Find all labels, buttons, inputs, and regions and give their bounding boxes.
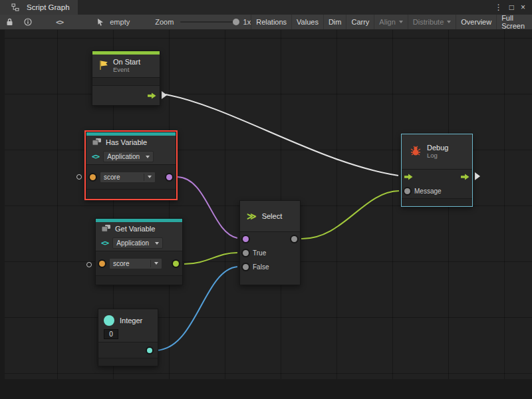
dropdown-divider xyxy=(150,260,151,267)
unconnected-port-ring xyxy=(86,262,92,267)
maximize-icon[interactable]: □ xyxy=(506,3,517,12)
flow-output-port[interactable] xyxy=(461,174,469,180)
flow-output-port[interactable] xyxy=(148,92,156,99)
variable-name-dropdown[interactable]: score xyxy=(109,258,162,269)
dim-button[interactable]: Dim xyxy=(323,15,346,29)
value-output-port[interactable] xyxy=(173,261,179,267)
chevron-down-icon xyxy=(447,21,451,23)
distribute-dropdown-button[interactable]: Distribute xyxy=(408,15,456,29)
zoom-slider-knob[interactable] xyxy=(233,19,239,25)
condition-input-port[interactable] xyxy=(243,236,249,242)
false-input-port[interactable] xyxy=(243,264,249,270)
variables-icon xyxy=(92,138,102,148)
canvas-bottom-edge xyxy=(0,379,532,399)
info-icon[interactable] xyxy=(21,18,35,26)
close-icon[interactable]: × xyxy=(517,3,529,12)
script-graph-icon xyxy=(8,3,23,11)
code-toggle-icon[interactable]: <> xyxy=(53,18,66,27)
chevron-down-icon xyxy=(148,176,152,178)
chevron-down-icon xyxy=(399,21,403,23)
tab-title: Script Graph xyxy=(27,3,70,11)
variable-scope-dropdown[interactable]: Application xyxy=(103,151,154,162)
bug-icon xyxy=(410,146,422,158)
unconnected-port-ring xyxy=(76,174,82,180)
message-input-port[interactable] xyxy=(404,188,410,194)
wire-has-variable-to-select xyxy=(178,177,237,238)
result-output-port[interactable] xyxy=(166,174,172,180)
node-title: On Start xyxy=(113,58,140,66)
tab-bar: Script Graph ⋮ □ × xyxy=(0,0,532,15)
node-title: Get Variable xyxy=(115,225,155,233)
integer-output-port[interactable] xyxy=(147,348,152,353)
overview-button[interactable]: Overview xyxy=(456,15,496,29)
dropdown-divider xyxy=(144,174,144,181)
node-has-variable[interactable]: Has Variable <> Application score xyxy=(84,130,178,200)
chevron-down-icon xyxy=(146,156,150,158)
graph-toolbar: <> empty Zoom 1x Relations Values Dim Ca… xyxy=(0,15,532,30)
variables-icon xyxy=(101,224,111,234)
node-subtitle: Event xyxy=(113,66,140,74)
variable-scope-dropdown[interactable]: Application xyxy=(112,237,163,249)
flow-input-port[interactable] xyxy=(404,174,413,180)
relations-button[interactable]: Relations xyxy=(251,15,291,29)
node-subtitle: Log xyxy=(427,152,448,160)
window-controls: ⋮ □ × xyxy=(491,0,532,15)
node-on-start[interactable]: On Start Event xyxy=(92,51,160,106)
flag-icon xyxy=(98,60,108,72)
node-title: Integer xyxy=(120,317,142,325)
graph-canvas[interactable]: On Start Event Has Variable <> Appl xyxy=(0,30,532,399)
select-icon: ≫ xyxy=(247,211,257,221)
integer-icon xyxy=(104,315,114,326)
variable-name-input-port[interactable] xyxy=(99,261,105,267)
object-type-icon: <> xyxy=(101,239,108,247)
false-port-label: False xyxy=(253,263,269,271)
pointer-icon xyxy=(93,18,108,26)
node-get-variable[interactable]: Get Variable <> Application score xyxy=(95,218,183,285)
selection-status: empty xyxy=(110,18,130,26)
toolbar-buttons: Relations Values Dim Carry Align Distrib… xyxy=(251,15,529,29)
node-integer[interactable]: Integer 0 xyxy=(98,309,158,366)
true-port-label: True xyxy=(253,249,266,257)
variable-name-input-port[interactable] xyxy=(90,174,96,180)
variable-name-dropdown[interactable]: score xyxy=(100,172,156,183)
node-select[interactable]: ≫ Select True False xyxy=(239,200,301,285)
node-title: Debug xyxy=(427,144,448,152)
wire-get-variable-to-select-true xyxy=(184,253,237,264)
node-title: Has Variable xyxy=(106,138,147,146)
zoom-label: Zoom xyxy=(155,18,174,26)
flow-connection-cap xyxy=(162,91,167,99)
kebab-menu-icon[interactable]: ⋮ xyxy=(491,3,506,12)
selection-output-port[interactable] xyxy=(291,236,297,242)
true-input-port[interactable] xyxy=(243,250,249,256)
canvas-left-edge xyxy=(0,30,5,399)
zoom-slider[interactable] xyxy=(180,21,237,23)
wire-on-start-to-debug-log xyxy=(166,94,398,176)
values-button[interactable]: Values xyxy=(291,15,323,29)
object-type-icon: <> xyxy=(92,152,99,161)
chevron-down-icon xyxy=(154,262,158,265)
wire-select-to-debug-message xyxy=(301,191,399,239)
tab-script-graph[interactable]: Script Graph xyxy=(0,0,78,15)
node-title: Select xyxy=(262,212,283,220)
carry-button[interactable]: Carry xyxy=(346,15,374,29)
integer-value-field[interactable]: 0 xyxy=(104,329,118,339)
flow-connection-cap xyxy=(475,172,480,180)
zoom-value: 1x xyxy=(243,18,251,26)
message-port-label: Message xyxy=(414,188,442,195)
full-screen-button[interactable]: Full Screen xyxy=(496,15,529,29)
align-dropdown-button[interactable]: Align xyxy=(374,15,407,29)
node-debug-log[interactable]: Debug Log Message xyxy=(401,134,473,207)
chevron-down-icon xyxy=(155,242,159,245)
lock-icon[interactable] xyxy=(3,18,17,26)
